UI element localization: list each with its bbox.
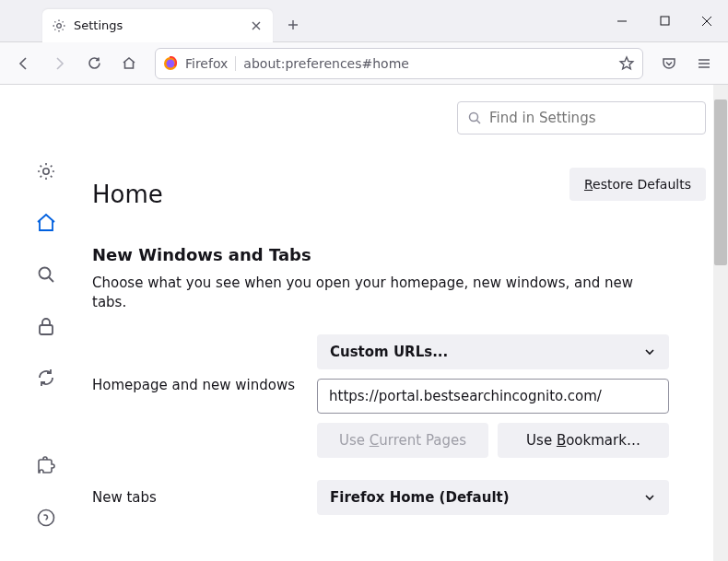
sidebar-search-icon[interactable] — [33, 262, 59, 287]
homepage-select-value: Custom URLs... — [330, 344, 448, 360]
svg-point-3 — [167, 59, 175, 67]
find-in-settings[interactable] — [457, 101, 706, 134]
minimize-button[interactable] — [601, 5, 643, 38]
settings-sidebar — [0, 85, 92, 561]
close-tab-icon[interactable] — [249, 18, 264, 33]
svg-point-0 — [57, 23, 62, 28]
sidebar-home-icon[interactable] — [33, 210, 59, 236]
firefox-icon — [163, 56, 178, 71]
gear-icon — [52, 18, 66, 33]
url-identity: Firefox — [185, 56, 236, 71]
home-button[interactable] — [114, 49, 144, 78]
newtabs-select-value: Firefox Home (Default) — [330, 489, 510, 506]
close-window-button[interactable] — [686, 5, 728, 38]
homepage-select[interactable]: Custom URLs... — [317, 334, 669, 369]
scrollbar-thumb[interactable] — [714, 99, 727, 265]
search-icon — [467, 111, 482, 125]
svg-rect-1 — [661, 17, 669, 25]
find-in-settings-input[interactable] — [489, 110, 696, 126]
svg-point-5 — [40, 268, 51, 279]
settings-main: Home Restore Defaults New Windows and Ta… — [92, 85, 706, 561]
svg-rect-6 — [40, 325, 53, 334]
use-bookmark-button[interactable]: Use Bookmark… — [498, 423, 669, 458]
newtabs-row: New tabs Firefox Home (Default) — [92, 480, 669, 515]
sidebar-privacy-icon[interactable] — [33, 313, 59, 339]
window-controls — [601, 5, 728, 38]
chevron-down-icon — [643, 345, 656, 358]
new-tab-button[interactable] — [280, 12, 306, 38]
menu-button[interactable] — [689, 49, 719, 78]
homepage-label: Homepage and new windows — [92, 334, 302, 393]
navigation-toolbar: Firefox about:preferences#home — [0, 42, 728, 85]
pocket-icon[interactable] — [654, 49, 684, 78]
reload-button[interactable] — [79, 49, 109, 78]
homepage-button-row: Use Current Pages Use Bookmark… — [317, 423, 669, 458]
content-area: Home Restore Defaults New Windows and Ta… — [0, 85, 728, 561]
title-bar: Settings — [0, 0, 728, 42]
restore-defaults-button[interactable]: Restore Defaults — [569, 168, 706, 201]
newtabs-label: New tabs — [92, 489, 302, 506]
url-text: about:preferences#home — [243, 56, 611, 71]
url-bar[interactable]: Firefox about:preferences#home — [155, 48, 643, 79]
homepage-url-input[interactable] — [317, 379, 669, 414]
scrollbar-track[interactable] — [713, 85, 728, 561]
browser-tab[interactable]: Settings — [42, 9, 273, 42]
sidebar-extensions-icon[interactable] — [33, 453, 59, 479]
section-title: New Windows and Tabs — [92, 245, 669, 264]
sidebar-help-icon[interactable] — [33, 505, 59, 531]
sidebar-general-icon[interactable] — [33, 158, 59, 184]
back-button[interactable] — [9, 49, 39, 78]
sidebar-sync-icon[interactable] — [33, 365, 59, 391]
chevron-down-icon — [643, 491, 656, 504]
svg-point-8 — [470, 113, 478, 122]
maximize-button[interactable] — [643, 5, 686, 38]
newtabs-select[interactable]: Firefox Home (Default) — [317, 480, 669, 515]
section-description: Choose what you see when you open your h… — [92, 274, 669, 312]
homepage-controls: Custom URLs... Use Current Pages Use Boo… — [317, 334, 669, 458]
use-current-pages-button: Use Current Pages — [317, 423, 488, 458]
forward-button — [44, 49, 74, 78]
homepage-row: Homepage and new windows Custom URLs... … — [92, 334, 669, 458]
svg-point-4 — [43, 169, 49, 174]
svg-point-7 — [39, 510, 54, 526]
bookmark-star-icon[interactable] — [618, 55, 635, 72]
tab-title: Settings — [74, 18, 241, 32]
